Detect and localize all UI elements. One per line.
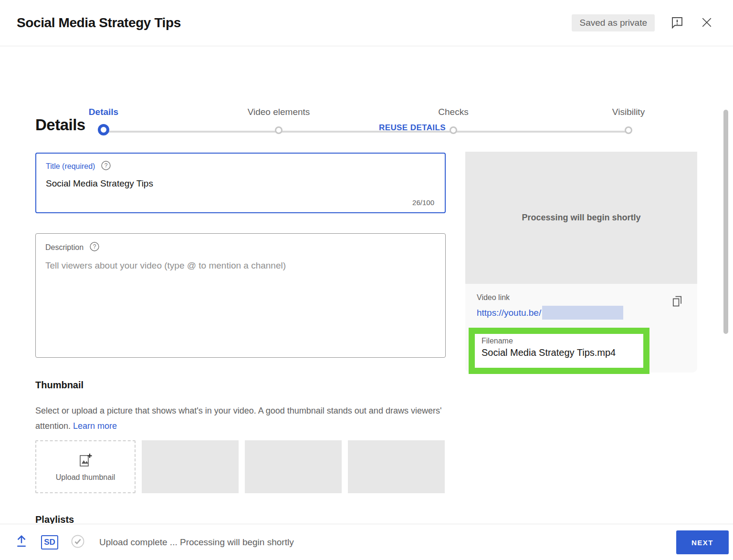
filename-box: Filename Social Media Strategy Tips.mp4 [475, 334, 643, 368]
upload-thumbnail-label: Upload thumbnail [56, 473, 115, 482]
video-side-panel: Processing will begin shortly Video link… [465, 152, 697, 373]
filename-label: Filename [482, 337, 637, 345]
description-field-label: Description [45, 243, 84, 252]
thumbnail-description: Select or upload a picture that shows wh… [35, 403, 450, 434]
thumbnail-section-heading: Thumbnail [35, 380, 84, 391]
feedback-icon [670, 15, 684, 31]
upload-stepper: Details Video elements Checks Visibility [0, 46, 733, 104]
header-actions: Saved as private [572, 14, 714, 31]
description-help-icon[interactable]: ? [89, 241, 100, 254]
upload-dialog: Social Media Strategy Tips Saved as priv… [0, 0, 733, 560]
thumbnail-placeholder-1 [142, 440, 239, 493]
send-feedback-button[interactable] [670, 15, 684, 31]
title-char-counter: 26/100 [412, 198, 434, 207]
upload-status-text: Upload complete ... Processing will begi… [99, 537, 294, 548]
video-link-url[interactable]: https://youtu.be/ [477, 308, 541, 318]
upload-status-bar: SD Upload complete ... Processing will b… [0, 524, 733, 560]
close-icon [700, 15, 714, 31]
video-title-heading: Social Media Strategy Tips [17, 15, 181, 31]
step-video-elements-label[interactable]: Video elements [231, 107, 326, 117]
video-preview: Processing will begin shortly [465, 152, 697, 284]
step-visibility[interactable]: Visibility [581, 107, 676, 129]
redacted-video-id [542, 306, 623, 320]
close-dialog-button[interactable] [700, 15, 714, 31]
reuse-details-button[interactable]: REUSE DETAILS [35, 123, 446, 133]
description-field[interactable]: Description ? [35, 233, 446, 358]
title-field[interactable]: Title (required) ? 26/100 [35, 153, 446, 213]
learn-more-link[interactable]: Learn more [73, 421, 117, 431]
thumbnail-placeholder-3 [348, 440, 445, 493]
next-button[interactable]: NEXT [676, 530, 729, 554]
svg-text:?: ? [93, 243, 96, 250]
title-field-label: Title (required) [46, 162, 95, 171]
check-circle-icon [71, 534, 85, 550]
step-checks-label[interactable]: Checks [406, 107, 501, 117]
processing-text: Processing will begin shortly [522, 213, 640, 223]
upload-thumbnail-button[interactable]: Upload thumbnail [35, 440, 136, 493]
thumbnail-placeholder-2 [245, 440, 342, 493]
highlight-annotation: Filename Social Media Strategy Tips.mp4 [469, 328, 649, 374]
svg-text:?: ? [105, 162, 108, 169]
image-plus-icon [77, 452, 94, 470]
title-input[interactable] [46, 178, 435, 189]
description-input[interactable] [45, 260, 436, 346]
upload-arrow-icon [14, 533, 29, 551]
copy-icon [670, 302, 684, 309]
filename-value: Social Media Strategy Tips.mp4 [482, 347, 637, 358]
title-help-icon[interactable]: ? [101, 160, 111, 173]
step-visibility-label[interactable]: Visibility [581, 107, 676, 117]
sd-quality-badge: SD [41, 535, 58, 550]
vertical-scrollbar-thumb[interactable] [723, 110, 728, 334]
saved-status-badge: Saved as private [572, 14, 655, 31]
video-link-label: Video link [477, 293, 510, 301]
step-checks-dot[interactable] [450, 126, 457, 134]
step-visibility-dot[interactable] [625, 126, 632, 134]
thumbnail-row: Upload thumbnail [35, 440, 445, 493]
copy-link-button[interactable] [670, 294, 684, 309]
dialog-header: Social Media Strategy Tips Saved as priv… [0, 0, 733, 46]
